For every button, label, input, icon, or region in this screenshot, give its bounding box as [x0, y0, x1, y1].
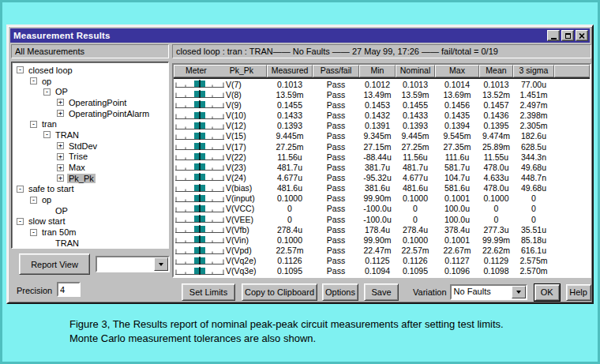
- save-button[interactable]: Save: [364, 283, 399, 301]
- measurement-name: V(input): [226, 193, 255, 203]
- header-nominal[interactable]: Nominal: [396, 65, 435, 77]
- table-row[interactable]: V(Vin) 0.1000 Pass 99.90m 0.1000 0.1001 …: [174, 235, 590, 245]
- tree-item-op[interactable]: OP: [12, 205, 168, 216]
- tree-item-max[interactable]: +Max: [12, 162, 168, 173]
- tree-item-operatingpoint[interactable]: +OperatingPoint: [12, 97, 168, 108]
- measurement-name: V(8): [226, 90, 242, 99]
- table-row[interactable]: V(input) 0.1000 Pass 99.90m 0.1000 0.100…: [174, 193, 590, 204]
- collapse-icon[interactable]: -: [43, 131, 51, 138]
- set-limits-button[interactable]: Set Limits: [182, 283, 235, 301]
- header-max[interactable]: Max: [435, 65, 479, 77]
- cell-3sigma: 1.451m: [513, 90, 554, 99]
- table-row[interactable]: V(VEE) 0 Pass -100.0u 0 100.0u 0 0: [174, 214, 590, 224]
- restore-icon: [565, 33, 571, 39]
- table-row[interactable]: V(24) 4.677u Pass -95.32u 4.677u 104.7u …: [174, 172, 590, 182]
- header-pass-fail[interactable]: Pass/fail: [313, 65, 359, 77]
- table-row[interactable]: V(15) 9.445m Pass 9.345m 9.445m 9.545m 9…: [174, 131, 590, 141]
- header-mean[interactable]: Mean: [479, 65, 513, 77]
- tree-item-closed-loop[interactable]: -closed loop: [12, 65, 168, 76]
- collapse-icon[interactable]: -: [17, 66, 24, 73]
- cell-3sigma: 182.6u: [513, 131, 554, 141]
- collapse-icon[interactable]: -: [30, 229, 37, 236]
- expand-icon[interactable]: +: [57, 142, 64, 149]
- header-measured[interactable]: Measured: [267, 65, 313, 77]
- cell-measured: 278.4u: [267, 225, 313, 235]
- table-row[interactable]: V(Vpd) 22.57m Pass 22.47m 22.57m 22.67m …: [174, 246, 590, 256]
- table-row[interactable]: V(12) 0.1393 Pass 0.1391 0.1393 0.1394 0…: [174, 121, 590, 131]
- meter-cell: V(bias): [174, 183, 267, 193]
- collapse-icon[interactable]: -: [17, 218, 24, 225]
- tree-item-op[interactable]: -op: [12, 76, 168, 87]
- tree-item-tran-50m[interactable]: -tran 50m: [12, 227, 168, 238]
- tree-item-trise[interactable]: +Trise: [12, 152, 168, 163]
- report-combobox-arrow-button[interactable]: [154, 257, 168, 271]
- cell-measured: 9.445m: [267, 131, 313, 141]
- variation-combobox[interactable]: No Faults: [450, 284, 527, 300]
- expand-icon[interactable]: +: [57, 174, 64, 182]
- cell-pass-fail: Pass: [313, 163, 359, 172]
- measurement-name: V(VEE): [226, 215, 253, 224]
- tree-item-tran[interactable]: -tran: [12, 118, 168, 129]
- ok-button[interactable]: OK: [534, 284, 560, 301]
- minimize-button[interactable]: [547, 30, 560, 41]
- tree-label: tran 50m: [40, 227, 77, 237]
- tree-item-stddev[interactable]: +StdDev: [12, 141, 168, 152]
- measurement-tree[interactable]: -closed loop-op-OP+OperatingPoint+Operat…: [11, 62, 169, 249]
- collapse-icon[interactable]: -: [30, 77, 37, 84]
- table-row[interactable]: V(bias) 481.6u Pass 381.6u 481.6u 581.6u…: [174, 183, 590, 193]
- tree-item-tran[interactable]: -TRAN: [12, 129, 168, 141]
- precision-input[interactable]: [57, 282, 81, 297]
- chevron-down-icon: [159, 263, 163, 266]
- cell-measured: 22.57m: [267, 246, 313, 255]
- collapse-icon[interactable]: -: [30, 121, 37, 128]
- table-row[interactable]: V(23) 481.7u Pass 381.7u 481.7u 581.7u 4…: [174, 162, 590, 172]
- copy-to-clipboard-button[interactable]: Copy to Clipboard: [242, 283, 317, 301]
- tree-item-op[interactable]: -op: [12, 194, 168, 205]
- report-combobox[interactable]: [96, 256, 170, 272]
- report-view-button[interactable]: Report View: [19, 253, 90, 275]
- meter-cell: V(10): [174, 111, 267, 120]
- help-button[interactable]: Help: [566, 284, 591, 301]
- tree-label: StdDev: [67, 141, 99, 151]
- cell-min: 0.1432: [359, 111, 396, 120]
- tree-item-pk-pk[interactable]: +Pk_Pk: [12, 173, 168, 184]
- table-row[interactable]: V(7) 0.1013 Pass 0.1012 0.1013 0.1014 0.…: [174, 79, 590, 89]
- tree-item-op[interactable]: -OP: [12, 86, 168, 97]
- tree-item-tran[interactable]: TRAN: [12, 238, 168, 249]
- table-row[interactable]: V(8) 13.59m Pass 13.49m 13.59m 13.69m 13…: [174, 89, 590, 99]
- tree-item-slow-start[interactable]: -slow start: [12, 216, 168, 227]
- header-3sigma[interactable]: 3 sigma: [513, 65, 554, 77]
- tree-item-safe-to-start[interactable]: -safe to start: [12, 184, 168, 195]
- expand-icon[interactable]: +: [57, 164, 64, 171]
- cell-pass-fail: Pass: [313, 183, 359, 193]
- cell-min: 99.90m: [359, 235, 396, 245]
- table-row[interactable]: V(9) 0.1455 Pass 0.1453 0.1455 0.1456 0.…: [174, 99, 590, 110]
- title-bar[interactable]: Measurement Results: [10, 28, 590, 43]
- expand-icon[interactable]: +: [57, 99, 64, 106]
- expand-icon[interactable]: +: [57, 153, 64, 160]
- meter-icon: [175, 173, 224, 182]
- cell-min: 9.345m: [359, 131, 396, 141]
- table-row[interactable]: V(22) 11.56u Pass -88.44u 11.56u 111.6u …: [174, 152, 590, 162]
- table-body[interactable]: V(7) 0.1013 Pass 0.1012 0.1013 0.1014 0.…: [174, 79, 590, 276]
- table-row[interactable]: V(10) 0.1433 Pass 0.1432 0.1433 0.1435 0…: [174, 110, 590, 120]
- table-row[interactable]: V(Vfb) 278.4u Pass 178.4u 278.4u 378.4u …: [174, 224, 590, 235]
- close-button[interactable]: [576, 30, 588, 41]
- table-row[interactable]: V(Vq3e) 0.1095 Pass 0.1094 0.1095 0.1096…: [174, 266, 590, 276]
- restore-button[interactable]: [561, 30, 574, 41]
- table-row[interactable]: V(Vq2e) 0.1126 Pass 0.1125 0.1126 0.1127…: [174, 256, 590, 266]
- header-min[interactable]: Min: [359, 65, 396, 77]
- expand-icon[interactable]: +: [57, 110, 64, 117]
- collapse-icon[interactable]: -: [43, 88, 51, 96]
- tree-label: OP: [54, 87, 69, 96]
- variation-combobox-arrow-button[interactable]: [512, 286, 526, 298]
- cell-nominal: 27.25m: [396, 142, 435, 152]
- header-meter-pkpk[interactable]: Meter Pk_Pk: [174, 65, 267, 77]
- tree-item-operatingpointalarm[interactable]: +OperatingPointAlarm: [12, 108, 168, 119]
- table-row[interactable]: V(VCC) 0 Pass -100.0u 0 100.0u 0 0: [174, 204, 590, 214]
- table-row[interactable]: V(17) 27.25m Pass 27.15m 27.25m 27.35m 2…: [174, 141, 590, 152]
- options-button[interactable]: Options: [322, 283, 358, 301]
- cell-max: 0.1456: [435, 100, 479, 110]
- collapse-icon[interactable]: -: [17, 186, 24, 193]
- collapse-icon[interactable]: -: [30, 197, 37, 204]
